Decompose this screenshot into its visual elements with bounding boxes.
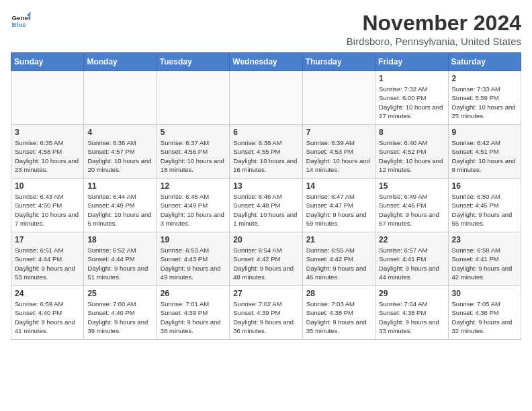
- day-info: Sunrise: 6:55 AM Sunset: 4:42 PM Dayligh…: [306, 246, 371, 281]
- calendar-cell: 4Sunrise: 6:36 AM Sunset: 4:57 PM Daylig…: [84, 125, 157, 179]
- day-info: Sunrise: 6:51 AM Sunset: 4:44 PM Dayligh…: [15, 246, 80, 281]
- day-info: Sunrise: 7:03 AM Sunset: 4:38 PM Dayligh…: [306, 300, 371, 335]
- day-info: Sunrise: 6:46 AM Sunset: 4:48 PM Dayligh…: [233, 192, 298, 228]
- day-number: 26: [161, 289, 226, 298]
- day-header-sunday: Sunday: [11, 53, 84, 71]
- day-header-tuesday: Tuesday: [157, 53, 229, 71]
- calendar-cell: 26Sunrise: 7:01 AM Sunset: 4:39 PM Dayli…: [157, 286, 229, 340]
- day-number: 22: [379, 235, 444, 244]
- day-info: Sunrise: 6:57 AM Sunset: 4:41 PM Dayligh…: [379, 246, 444, 281]
- calendar-cell: 8Sunrise: 6:40 AM Sunset: 4:52 PM Daylig…: [375, 125, 448, 179]
- day-number: 19: [161, 235, 226, 244]
- day-info: Sunrise: 7:32 AM Sunset: 6:00 PM Dayligh…: [379, 85, 444, 120]
- day-header-thursday: Thursday: [302, 53, 375, 71]
- day-header-friday: Friday: [375, 53, 448, 71]
- calendar-week-3: 10Sunrise: 6:43 AM Sunset: 4:50 PM Dayli…: [11, 179, 521, 232]
- day-info: Sunrise: 6:35 AM Sunset: 4:58 PM Dayligh…: [15, 138, 80, 174]
- calendar-cell: 17Sunrise: 6:51 AM Sunset: 4:44 PM Dayli…: [11, 232, 84, 286]
- calendar-cell: 14Sunrise: 6:47 AM Sunset: 4:47 PM Dayli…: [302, 179, 375, 232]
- day-info: Sunrise: 7:04 AM Sunset: 4:38 PM Dayligh…: [379, 300, 444, 335]
- day-info: Sunrise: 6:58 AM Sunset: 4:41 PM Dayligh…: [452, 246, 517, 281]
- day-info: Sunrise: 6:40 AM Sunset: 4:52 PM Dayligh…: [379, 138, 444, 174]
- day-info: Sunrise: 6:59 AM Sunset: 4:40 PM Dayligh…: [15, 300, 80, 335]
- day-number: 16: [452, 181, 517, 191]
- calendar-week-5: 24Sunrise: 6:59 AM Sunset: 4:40 PM Dayli…: [11, 286, 521, 340]
- day-number: 3: [15, 128, 80, 137]
- calendar-header-row: SundayMondayTuesdayWednesdayThursdayFrid…: [11, 53, 521, 71]
- day-number: 1: [379, 74, 444, 83]
- header: General Blue November 2024 Birdsboro, Pe…: [11, 11, 521, 47]
- day-number: 13: [233, 181, 298, 191]
- day-number: 7: [306, 128, 371, 137]
- day-number: 6: [233, 128, 298, 137]
- day-number: 14: [306, 181, 371, 191]
- day-info: Sunrise: 6:45 AM Sunset: 4:49 PM Dayligh…: [161, 192, 226, 228]
- day-info: Sunrise: 7:00 AM Sunset: 4:40 PM Dayligh…: [87, 300, 152, 335]
- calendar-cell: 29Sunrise: 7:04 AM Sunset: 4:38 PM Dayli…: [375, 286, 448, 340]
- day-number: 11: [87, 181, 152, 191]
- day-number: 10: [15, 181, 80, 191]
- day-number: 2: [452, 74, 517, 83]
- day-info: Sunrise: 7:02 AM Sunset: 4:39 PM Dayligh…: [233, 300, 298, 335]
- day-header-wednesday: Wednesday: [230, 53, 302, 71]
- day-info: Sunrise: 6:54 AM Sunset: 4:42 PM Dayligh…: [233, 246, 298, 281]
- day-number: 24: [15, 289, 80, 298]
- day-info: Sunrise: 6:47 AM Sunset: 4:47 PM Dayligh…: [306, 192, 371, 228]
- calendar-cell: 3Sunrise: 6:35 AM Sunset: 4:58 PM Daylig…: [11, 125, 84, 179]
- calendar-cell: 16Sunrise: 6:50 AM Sunset: 4:45 PM Dayli…: [448, 179, 521, 232]
- day-header-monday: Monday: [84, 53, 157, 71]
- day-number: 4: [87, 128, 152, 137]
- day-number: 17: [15, 235, 80, 244]
- day-info: Sunrise: 6:44 AM Sunset: 4:49 PM Dayligh…: [87, 192, 152, 228]
- logo-icon: General Blue: [11, 11, 31, 31]
- calendar-cell: 30Sunrise: 7:05 AM Sunset: 4:38 PM Dayli…: [448, 286, 521, 340]
- day-header-saturday: Saturday: [448, 53, 521, 71]
- calendar-week-1: 1Sunrise: 7:32 AM Sunset: 6:00 PM Daylig…: [11, 71, 521, 125]
- calendar-cell: 23Sunrise: 6:58 AM Sunset: 4:41 PM Dayli…: [448, 232, 521, 286]
- day-info: Sunrise: 7:05 AM Sunset: 4:38 PM Dayligh…: [452, 300, 517, 335]
- logo: General Blue: [11, 11, 31, 31]
- calendar-cell: 2Sunrise: 7:33 AM Sunset: 5:59 PM Daylig…: [448, 71, 521, 125]
- calendar-cell: [84, 71, 157, 125]
- day-info: Sunrise: 6:50 AM Sunset: 4:45 PM Dayligh…: [452, 192, 517, 228]
- calendar-cell: 5Sunrise: 6:37 AM Sunset: 4:56 PM Daylig…: [157, 125, 229, 179]
- day-info: Sunrise: 6:53 AM Sunset: 4:43 PM Dayligh…: [161, 246, 226, 281]
- day-number: 18: [87, 235, 152, 244]
- calendar-cell: 19Sunrise: 6:53 AM Sunset: 4:43 PM Dayli…: [157, 232, 229, 286]
- calendar-cell: [230, 71, 302, 125]
- calendar-cell: [302, 71, 375, 125]
- day-info: Sunrise: 7:33 AM Sunset: 5:59 PM Dayligh…: [452, 85, 517, 120]
- day-number: 8: [379, 128, 444, 137]
- day-number: 29: [379, 289, 444, 298]
- calendar-cell: 7Sunrise: 6:39 AM Sunset: 4:53 PM Daylig…: [302, 125, 375, 179]
- calendar-cell: 12Sunrise: 6:45 AM Sunset: 4:49 PM Dayli…: [157, 179, 229, 232]
- day-info: Sunrise: 6:38 AM Sunset: 4:55 PM Dayligh…: [233, 138, 298, 174]
- day-info: Sunrise: 6:43 AM Sunset: 4:50 PM Dayligh…: [15, 192, 80, 228]
- day-info: Sunrise: 6:39 AM Sunset: 4:53 PM Dayligh…: [306, 138, 371, 174]
- calendar-cell: 13Sunrise: 6:46 AM Sunset: 4:48 PM Dayli…: [230, 179, 302, 232]
- day-info: Sunrise: 6:52 AM Sunset: 4:44 PM Dayligh…: [87, 246, 152, 281]
- calendar-cell: 27Sunrise: 7:02 AM Sunset: 4:39 PM Dayli…: [230, 286, 302, 340]
- calendar-cell: 25Sunrise: 7:00 AM Sunset: 4:40 PM Dayli…: [84, 286, 157, 340]
- location: Birdsboro, Pennsylvania, United States: [347, 36, 521, 47]
- calendar-week-2: 3Sunrise: 6:35 AM Sunset: 4:58 PM Daylig…: [11, 125, 521, 179]
- calendar-cell: 10Sunrise: 6:43 AM Sunset: 4:50 PM Dayli…: [11, 179, 84, 232]
- calendar-cell: 21Sunrise: 6:55 AM Sunset: 4:42 PM Dayli…: [302, 232, 375, 286]
- calendar-cell: 24Sunrise: 6:59 AM Sunset: 4:40 PM Dayli…: [11, 286, 84, 340]
- calendar-body: 1Sunrise: 7:32 AM Sunset: 6:00 PM Daylig…: [11, 71, 521, 340]
- calendar-cell: [11, 71, 84, 125]
- calendar-cell: 6Sunrise: 6:38 AM Sunset: 4:55 PM Daylig…: [230, 125, 302, 179]
- day-number: 9: [452, 128, 517, 137]
- day-number: 12: [161, 181, 226, 191]
- day-number: 25: [87, 289, 152, 298]
- calendar-cell: 1Sunrise: 7:32 AM Sunset: 6:00 PM Daylig…: [375, 71, 448, 125]
- day-info: Sunrise: 6:37 AM Sunset: 4:56 PM Dayligh…: [161, 138, 226, 174]
- calendar-cell: 15Sunrise: 6:49 AM Sunset: 4:46 PM Dayli…: [375, 179, 448, 232]
- calendar-cell: 9Sunrise: 6:42 AM Sunset: 4:51 PM Daylig…: [448, 125, 521, 179]
- calendar-cell: 22Sunrise: 6:57 AM Sunset: 4:41 PM Dayli…: [375, 232, 448, 286]
- calendar-cell: 28Sunrise: 7:03 AM Sunset: 4:38 PM Dayli…: [302, 286, 375, 340]
- day-number: 27: [233, 289, 298, 298]
- day-number: 23: [452, 235, 517, 244]
- title-area: November 2024 Birdsboro, Pennsylvania, U…: [347, 11, 521, 47]
- day-number: 30: [452, 289, 517, 298]
